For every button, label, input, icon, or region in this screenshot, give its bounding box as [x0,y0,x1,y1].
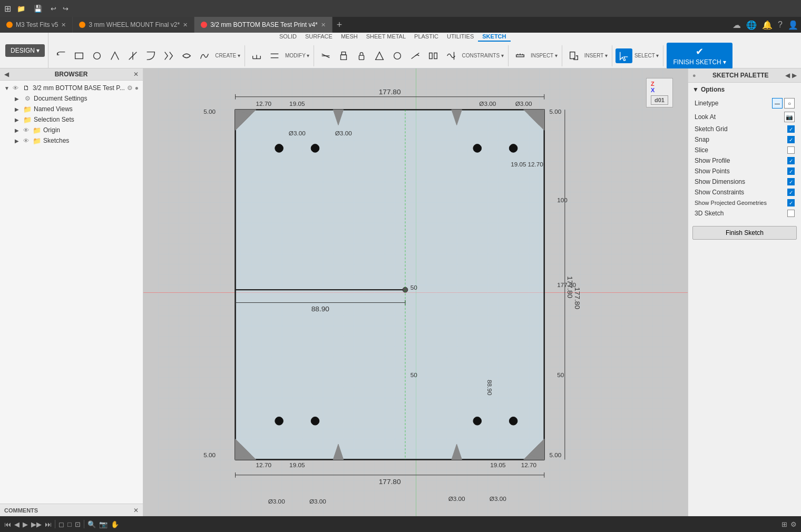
symmetry-tool[interactable] [425,48,442,63]
show-profile-checkbox[interactable]: ✓ [787,157,795,164]
curvature-tool[interactable] [443,48,460,63]
design-button[interactable]: DESIGN ▾ [5,44,45,57]
tree-arrow-origin[interactable]: ▶ [15,127,21,133]
rectangle-tool[interactable] [71,48,87,63]
triangle-tool[interactable] [371,48,388,63]
snap-checkbox[interactable]: ✓ [787,136,795,143]
tree-item-named-views[interactable]: ▶ 📁 Named Views [0,104,143,114]
circle-tool[interactable] [89,48,105,63]
sidebar-close-arrow[interactable]: ✕ [133,71,139,78]
pan-icon[interactable]: ✋ [111,520,119,528]
spline-tool[interactable] [196,48,213,63]
canvas-area[interactable]: 177.80 177.80 88.90 177.80 177.80 177.80… [143,68,688,516]
tab-close-3[interactable]: ✕ [321,22,326,28]
toggle-2d-icon[interactable]: □ [67,520,72,528]
tab-bottom-base[interactable]: 3/2 mm BOTTOM BASE Test Print v4* ✕ [194,17,333,33]
trim-tool[interactable] [160,48,177,63]
slice-checkbox[interactable] [787,146,795,154]
palette-finish-sketch-button[interactable]: Finish Sketch [692,226,797,240]
step-forward-icon[interactable]: ▶▶ [31,520,42,528]
linetype-dashed-btn[interactable]: ○ [784,98,795,109]
insert-tool[interactable] [565,48,582,63]
play-icon[interactable]: ▶ [23,520,28,528]
fillet-tool[interactable] [142,48,159,63]
fix-tool[interactable] [335,48,352,63]
toggle-view-icon[interactable]: ⊡ [75,520,81,528]
constraints-label[interactable]: CONSTRAINTS ▾ [461,53,504,58]
lock-tool[interactable] [353,48,370,63]
tree-arrow-selection-sets[interactable]: ▶ [15,117,21,123]
tree-arrow-root[interactable]: ▼ [4,85,11,91]
tab-close-1[interactable]: ✕ [61,22,66,28]
palette-prev-arrow[interactable]: ◀ [785,72,790,79]
tree-item-sketches[interactable]: ▶ 👁 📁 Sketches [0,135,143,146]
show-dimensions-checkbox[interactable]: ✓ [787,178,795,185]
tree-eye-sketches[interactable]: 👁 [23,137,31,144]
tree-arrow-doc[interactable]: ▶ [15,96,21,102]
nav-cube[interactable]: Z X d01 [646,78,673,107]
new-tab-button[interactable]: + [333,17,347,33]
line-tool[interactable] [106,48,123,63]
sidebar-collapse-arrow[interactable]: ◀ [4,71,9,78]
show-points-checkbox[interactable]: ✓ [787,168,795,175]
tree-item-root[interactable]: ▼ 👁 🗋 3/2 mm BOTTOM BASE Test P... ⚙ ● [0,83,143,93]
select-label[interactable]: SELECT ▾ [633,53,660,58]
tab-solid[interactable]: SOLID [275,32,301,42]
insert-label[interactable]: INSERT ▾ [583,53,609,58]
inspect-label[interactable]: INSPECT ▾ [530,53,559,58]
settings-icon[interactable]: ⚙ [790,520,797,528]
app-grid-icon[interactable]: ⊞ [4,4,11,14]
select-tool[interactable] [616,48,632,63]
modify-label[interactable]: MODIFY ▾ [284,53,310,58]
linetype-solid-btn[interactable]: — [772,98,783,109]
measure-tool[interactable] [512,48,529,63]
show-projected-checkbox[interactable]: ✓ [787,199,795,206]
help-icon[interactable]: ? [775,17,785,33]
skip-back-icon[interactable]: ⏮ [4,520,11,528]
tree-dot-root[interactable]: ⚙ [127,84,133,92]
dimension-tool[interactable] [248,48,265,63]
cloud-icon[interactable]: ☁ [730,17,744,33]
tab-mesh[interactable]: MESH [337,32,362,42]
tab-utilities[interactable]: UTILITIES [443,32,478,42]
offset-tool[interactable] [178,48,195,63]
create-label[interactable]: CREATE ▾ [214,53,241,58]
tree-item-doc-settings[interactable]: ▶ ⚙ Document Settings [0,93,143,104]
save-button[interactable]: 💾 [31,4,45,14]
look-at-button[interactable]: 📷 [784,112,795,122]
finish-sketch-button[interactable]: ✔ FINISH SKETCH ▾ [667,43,732,69]
tab-surface[interactable]: SURFACE [301,32,337,42]
tree-eye-origin[interactable]: 👁 [23,127,31,133]
redo-button[interactable]: ↪ [60,4,71,14]
tab-sheet-metal[interactable]: SHEET METAL [362,32,410,42]
arc-tool[interactable] [124,48,141,63]
palette-next-arrow[interactable]: ▶ [792,72,797,79]
tree-arrow-named-views[interactable]: ▶ [15,106,21,112]
step-back-icon[interactable]: ◀ [14,520,19,528]
circle-constraint-tool[interactable] [389,48,406,63]
comments-close-icon[interactable]: ✕ [133,507,139,514]
file-menu-button[interactable]: 📁 [14,4,28,14]
tab-plastic[interactable]: PLASTIC [410,32,443,42]
tab-m3-test-fits[interactable]: M3 Test Fits v5 ✕ [0,17,73,33]
tab-sketch[interactable]: SKETCH [478,32,510,42]
3d-sketch-checkbox[interactable] [787,210,795,217]
parallel-tool[interactable] [266,48,283,63]
tree-item-selection-sets[interactable]: ▶ 📁 Selection Sets [0,114,143,125]
sketch-grid-checkbox[interactable]: ✓ [787,125,795,133]
selection-mode-icon[interactable]: ◻ [58,520,64,528]
undo-button[interactable]: ↩ [48,4,59,14]
camera-icon[interactable]: 📷 [99,520,108,528]
globe-icon[interactable]: 🌐 [744,17,759,33]
tangent-tool[interactable] [407,48,424,63]
tab-close-2[interactable]: ✕ [183,22,188,28]
user-icon[interactable]: 👤 [785,17,801,33]
coincident-tool[interactable] [317,48,334,63]
show-constraints-checkbox[interactable]: ✓ [787,189,795,196]
grid-view-icon[interactable]: ⊞ [782,520,787,528]
undo-curve-tool[interactable] [53,48,70,63]
palette-options-title[interactable]: ▼ Options [692,86,797,93]
skip-forward-icon[interactable]: ⏭ [45,520,52,528]
tree-eye-root[interactable]: 👁 [13,85,20,91]
tab-wheel-mount[interactable]: 3 mm WHEEL MOUNT Final v2* ✕ [73,17,194,33]
